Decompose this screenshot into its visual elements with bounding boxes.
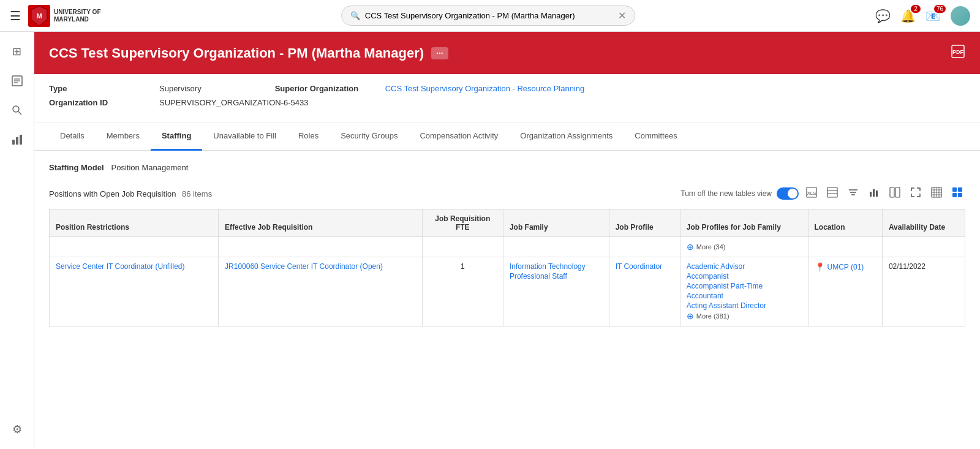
filter-icon[interactable] [845, 184, 861, 203]
job-profile-acting-asst[interactable]: Acting Assistant Director [687, 301, 802, 310]
notification-badge: 2 [911, 5, 921, 13]
svg-rect-25 [895, 187, 900, 197]
grid-view-icon[interactable] [949, 184, 965, 203]
job-profile-academic[interactable]: Academic Advisor [687, 262, 802, 271]
main-content: CCS Test Supervisory Organization - PM (… [34, 32, 980, 449]
search-input[interactable] [365, 11, 613, 20]
cell-empty-7 [882, 237, 965, 257]
type-value: Supervisory [159, 84, 202, 93]
tab-org-assignments[interactable]: Organization Assignments [509, 123, 624, 151]
staffing-model-value: Position Management [111, 163, 189, 172]
expand-icon[interactable] [908, 184, 924, 203]
job-family-link-1[interactable]: Information Technology [510, 262, 603, 271]
org-id-label: Organization ID [49, 98, 135, 107]
tab-compensation[interactable]: Compensation Activity [409, 123, 509, 151]
search-clear-icon[interactable]: ✕ [618, 10, 626, 21]
top-nav: ☰ M UNIVERSITY OF MARYLAND 🔍 ✕ 💬 🔔 2 📧 7… [0, 0, 980, 32]
svg-text:XLS: XLS [807, 191, 816, 196]
tab-security-groups[interactable]: Security Groups [330, 123, 409, 151]
location-link[interactable]: UMCP (01) [827, 263, 864, 271]
col-header-job-family: Job Family [503, 209, 609, 237]
notifications-icon[interactable]: 🔔 2 [900, 9, 916, 23]
staffing-content: Staffing Model Position Management Posit… [34, 151, 980, 339]
col-header-effective-job-req: Effective Job Requisition [219, 209, 423, 237]
table-controls: Turn off the new tables view XLS [680, 184, 965, 203]
tab-unavailable[interactable]: Unavailable to Fill [202, 123, 287, 151]
pdf-icon[interactable]: PDF [951, 44, 965, 62]
logo-text: UNIVERSITY OF MARYLAND [54, 9, 101, 23]
location-cell: 📍 UMCP (01) [815, 262, 876, 272]
table-view-icon[interactable] [824, 184, 840, 203]
effective-job-req-link[interactable]: JR100060 Service Center IT Coordinator (… [225, 262, 416, 271]
mail-badge: 76 [934, 5, 946, 13]
svg-rect-24 [890, 187, 894, 197]
superior-org-label: Superior Organization [275, 84, 361, 93]
cell-empty-4 [503, 237, 609, 257]
sidebar-item-dashboard[interactable]: ⊞ [5, 39, 29, 64]
logo: M UNIVERSITY OF MARYLAND [28, 5, 101, 27]
cell-job-profiles-more-34: ⊕ More (34) [680, 237, 808, 257]
sidebar-item-reports[interactable] [5, 69, 29, 93]
position-restriction-link[interactable]: Service Center IT Coordinator (Unfilled) [56, 262, 212, 271]
svg-rect-10 [20, 135, 22, 145]
svg-rect-23 [876, 191, 878, 197]
job-profile-accompanist-pt[interactable]: Accompanist Part-Time [687, 282, 802, 290]
svg-rect-22 [873, 189, 875, 197]
job-profile-link[interactable]: IT Coordinator [616, 262, 674, 271]
svg-rect-9 [16, 137, 18, 145]
table-header-row: Positions with Open Job Requisition 86 i… [49, 184, 965, 203]
search-icon: 🔍 [350, 11, 360, 20]
sidebar: ⊞ ⚙ [0, 32, 34, 449]
job-profile-accountant[interactable]: Accountant [687, 292, 802, 300]
hamburger-icon[interactable]: ☰ [10, 9, 21, 23]
chat-icon[interactable]: 💬 [875, 9, 891, 23]
table-row-more-34: ⊕ More (34) [50, 237, 965, 257]
search-bar: 🔍 ✕ [341, 6, 635, 26]
info-row-type: Type Supervisory Superior Organization C… [49, 84, 965, 93]
tab-details[interactable]: Details [49, 123, 96, 151]
svg-point-6 [13, 106, 19, 112]
list-view-icon[interactable] [929, 184, 944, 203]
tab-members[interactable]: Members [96, 123, 151, 151]
col-header-availability-date: Availability Date [882, 209, 965, 237]
new-tables-toggle[interactable] [777, 187, 799, 200]
sidebar-item-settings[interactable]: ⚙ [5, 417, 29, 442]
svg-text:PDF: PDF [952, 49, 964, 55]
chart-view-icon[interactable] [866, 184, 882, 203]
table-scroll-container[interactable]: Position Restrictions Effective Job Requ… [49, 209, 965, 326]
avatar[interactable] [951, 6, 970, 26]
svg-rect-33 [952, 187, 957, 192]
col-header-job-profiles-family: Job Profiles for Job Family [680, 209, 808, 237]
staffing-model-label: Staffing Model [49, 163, 104, 172]
cell-empty-2 [219, 237, 423, 257]
sidebar-item-analytics[interactable] [5, 127, 29, 152]
more-34-badge[interactable]: ⊕ More (34) [687, 242, 726, 252]
superior-org-link[interactable]: CCS Test Supervisory Organization - Reso… [385, 84, 585, 93]
mail-icon[interactable]: 📧 76 [925, 9, 941, 23]
cell-effective-job-req: JR100060 Service Center IT Coordinator (… [219, 257, 423, 326]
header-more-button[interactable]: ··· [431, 47, 448, 59]
table-title: Positions with Open Job Requisition [49, 189, 176, 198]
more-34-label: More (34) [696, 243, 726, 251]
location-pin-icon: 📍 [815, 262, 825, 272]
cell-empty-3 [422, 237, 503, 257]
cell-empty-5 [609, 237, 680, 257]
column-options-icon[interactable] [887, 184, 903, 203]
sidebar-item-search[interactable] [5, 98, 29, 123]
job-profile-accompanist[interactable]: Accompanist [687, 272, 802, 281]
svg-line-7 [18, 111, 21, 115]
positions-table: Position Restrictions Effective Job Requ… [49, 209, 965, 326]
col-header-location: Location [808, 209, 882, 237]
page-title: CCS Test Supervisory Organization - PM (… [49, 45, 424, 61]
more-381-icon: ⊕ [687, 311, 694, 321]
more-icon: ⊕ [687, 242, 694, 252]
tab-staffing[interactable]: Staffing [151, 123, 202, 151]
svg-rect-8 [12, 140, 15, 145]
job-family-link-2[interactable]: Professional Staff [510, 272, 603, 281]
cell-empty-6 [808, 237, 882, 257]
export-excel-icon[interactable]: XLS [804, 184, 820, 203]
tab-committees[interactable]: Committees [624, 123, 688, 151]
tab-roles[interactable]: Roles [287, 123, 330, 151]
more-381-badge[interactable]: ⊕ More (381) [687, 311, 729, 321]
info-row-orgid: Organization ID SUPERVISORY_ORGANIZATION… [49, 98, 965, 107]
